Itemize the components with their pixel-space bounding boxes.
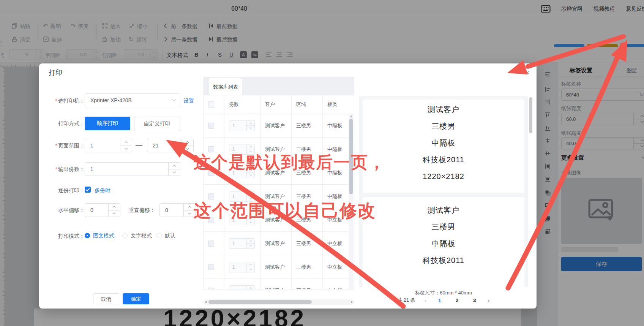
row-checkbox[interactable]	[208, 123, 214, 129]
radio-graphic-mode-label[interactable]: 图文模式	[93, 233, 114, 239]
check-icon	[85, 187, 90, 191]
printer-select[interactable]: Xprinter XP-420B	[85, 93, 180, 107]
tab-database-list[interactable]: 数据库列表	[209, 78, 242, 95]
page-3[interactable]: 3	[470, 298, 479, 303]
radio-default-mode-label[interactable]: 默认	[165, 233, 175, 239]
sequential-print-button[interactable]: 顺序打印	[85, 117, 130, 130]
label-preview-card: 测试客户 三楼男 中隔板 科技板2011 1220×2182	[363, 100, 524, 193]
select-all-checkbox[interactable]	[208, 101, 214, 108]
row-checkbox[interactable]	[208, 241, 214, 247]
row-checkbox[interactable]	[208, 264, 214, 270]
collate-option-label[interactable]: 多份时	[95, 187, 110, 194]
render-mode-label: 打印模式：	[44, 233, 85, 240]
radio-text-mode[interactable]	[122, 233, 128, 238]
radio-default-mode[interactable]	[156, 233, 162, 238]
pagination-prev-icon[interactable]: ‹	[425, 297, 426, 304]
label-preview-panel: 测试客户 三楼男 中隔板 科技板2011 1220×2182 测试客户 三楼男 …	[359, 96, 528, 287]
printer-settings-link[interactable]: 设置	[183, 98, 194, 104]
copies-label: *输出份数：	[44, 166, 85, 173]
table-row: 1 测试客户 三楼男 中隔板	[204, 114, 354, 138]
row-copies-stepper[interactable]: 1	[229, 238, 255, 249]
chevron-down-icon	[172, 98, 176, 101]
collate-label: 逐份打印：	[44, 187, 85, 194]
radio-graphic-mode[interactable]	[85, 233, 90, 238]
row-checkbox[interactable]	[208, 288, 214, 290]
annotation-text-1: 这个是默认到最后一页，	[194, 151, 386, 174]
col-header-region: 区域	[292, 95, 323, 114]
scroll-up-arrow-icon[interactable]	[350, 115, 353, 117]
annotation-text-2: 这个范围可以自己修改	[194, 199, 376, 223]
vertical-offset-input[interactable]: 0	[159, 203, 196, 217]
app-root: 60*40 芯烨官网 视频教程 意见反馈 粘贴 清空 ↶ 撤销 ↷ 恢复	[0, 0, 644, 326]
pagination: 共 21 条 ‹ 1 2 3 ›	[359, 296, 528, 304]
pagination-next-icon[interactable]: ›	[488, 297, 490, 304]
horizontal-offset-label: 水平偏移：	[44, 207, 85, 214]
radio-text-mode-label[interactable]: 文字模式	[131, 233, 152, 239]
scroll-right-arrow-icon[interactable]	[351, 301, 353, 303]
print-method-label: 打印方式：	[44, 120, 85, 127]
page-range-to-input[interactable]: 21	[147, 139, 194, 152]
printer-select-label: *选打印机：	[44, 98, 85, 104]
copies-input[interactable]: 1	[85, 162, 180, 176]
row-copies-stepper[interactable]: 1	[229, 285, 255, 290]
collate-checkbox[interactable]	[85, 187, 91, 193]
vertical-offset-label: 垂直偏移：	[115, 207, 155, 214]
page-range-label: *页面范围：	[44, 142, 85, 149]
radio-dot	[87, 235, 88, 236]
cancel-button[interactable]: 取消	[93, 293, 119, 305]
table-row: 1 测试客户 三楼男 中立板	[204, 279, 354, 290]
copies-stepper[interactable]	[168, 163, 180, 176]
col-header-customer: 客户	[260, 95, 292, 114]
dialog-title: 打印	[49, 68, 62, 77]
table-row: 1 测试客户 三楼男 中立板	[204, 232, 354, 255]
page-range-from-input[interactable]: 1	[85, 139, 132, 152]
close-icon[interactable]: ×	[522, 67, 533, 78]
label-preview-card: 测试客户 三楼男 中隔板 科技板2011	[363, 197, 524, 287]
label-size-text: 标签尺寸：60mm * 40mm	[359, 290, 528, 296]
preview-scrollbar-thumb[interactable]	[529, 97, 532, 133]
range-dash: —	[136, 141, 142, 149]
confirm-button[interactable]: 确定	[123, 293, 149, 304]
data-table: 份数 客户 区域 板类 1 测试客户 三楼男 中隔板 1 测试客户 三楼男 中隔…	[203, 95, 354, 290]
col-header-copies: 份数	[224, 95, 260, 114]
col-header-board: 板类	[323, 95, 354, 114]
row-copies-stepper[interactable]: 1	[229, 120, 255, 131]
row-copies-stepper[interactable]: 1	[229, 262, 255, 272]
scrollbar-thumb[interactable]	[208, 300, 312, 304]
scroll-left-arrow-icon[interactable]	[205, 301, 207, 303]
page-range-to-stepper[interactable]	[182, 139, 193, 152]
row-checkbox[interactable]	[208, 193, 214, 199]
table-header-row: 份数 客户 区域 板类	[204, 95, 354, 114]
print-dialog: 打印 × *选打印机： Xprinter XP-420B 设置 打印方式： 顺序…	[39, 63, 537, 309]
table-horizontal-scrollbar[interactable]	[203, 299, 354, 305]
page-1[interactable]: 1	[436, 298, 444, 303]
table-row: 1 测试客户 三楼男 中立板	[204, 255, 354, 279]
page-range-from-stepper[interactable]	[120, 139, 132, 152]
page-2[interactable]: 2	[453, 298, 461, 303]
pagination-total: 共 21 条	[397, 297, 415, 304]
custom-print-button[interactable]: 自定义打印	[134, 117, 180, 131]
